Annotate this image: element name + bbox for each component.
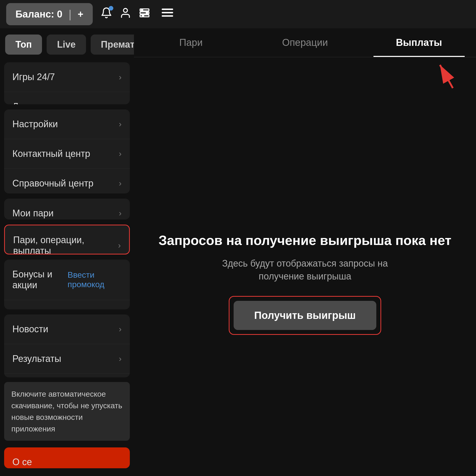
balance-label: Баланс: 0 — [15, 9, 62, 20]
menu-item-contact-center[interactable]: Контактный центр › — [4, 139, 130, 169]
menu-group-bets-ops-highlighted: Пари, операции, выплаты › — [4, 225, 130, 255]
chevron-icon: › — [119, 324, 122, 334]
svg-rect-3 — [140, 15, 149, 17]
menu-label-lotteries: Лотереи — [12, 101, 48, 104]
menu-item-my-bets[interactable]: Мои пари › — [4, 199, 130, 219]
menu-label-about: О се — [12, 457, 32, 468]
profile-button[interactable] — [120, 7, 131, 22]
menu-label-contact: Контактный центр — [12, 148, 90, 159]
menu-label-games247: Игры 24/7 — [12, 72, 55, 82]
menu-item-stats[interactable]: Статистика › — [4, 374, 130, 377]
history-tabs: Пари Операции Выплаты — [134, 28, 476, 57]
empty-title: Запросов на получение выигрыша пока нет — [158, 232, 451, 249]
menu-item-about[interactable]: О се — [4, 447, 130, 468]
plus-icon: + — [78, 9, 83, 20]
svg-point-5 — [146, 12, 148, 14]
settings-button[interactable] — [139, 7, 150, 22]
chevron-icon: › — [119, 72, 122, 82]
menu-item-settings[interactable]: Настройки › — [4, 109, 130, 139]
menu-item-bonuses[interactable]: Бонусы и акции Ввести промокод — [4, 260, 130, 300]
menu-group-settings: Настройки › Контактный центр › Справочны… — [4, 109, 130, 193]
left-panel: Топ Live Прематч Игры 24/7 › Лотереи › Н… — [0, 28, 134, 476]
menu-label-my-bets: Мои пари — [12, 208, 54, 219]
promo-link[interactable]: Ввести промокод — [67, 270, 122, 289]
hamburger-button[interactable] — [161, 6, 174, 22]
menu-item-lotteries[interactable]: Лотереи › — [4, 92, 130, 104]
top-bar: Баланс: 0 | + — [0, 0, 476, 28]
menu-label-news: Новости — [12, 324, 48, 335]
menu-item-help-center[interactable]: Справочный центр › — [4, 169, 130, 193]
menu-label-settings: Настройки — [12, 119, 58, 130]
notification-badge — [109, 6, 113, 11]
svg-point-0 — [123, 8, 127, 12]
cta-highlight-box: Получить выигрыш — [229, 296, 381, 335]
empty-subtitle: Здесь будут отображаться запросы на полу… — [217, 257, 393, 283]
menu-label-results: Результаты — [12, 353, 61, 364]
chevron-icon: › — [119, 119, 122, 129]
menu-item-results[interactable]: Результаты › — [4, 344, 130, 374]
menu-group-bonuses: Бонусы и акции Ввести промокод Турниры › — [4, 260, 130, 309]
menu-item-news[interactable]: Новости › — [4, 314, 130, 344]
tooltip-text: Включите автоматическое скачивание, чтоб… — [11, 390, 122, 433]
menu-group-about: О се — [4, 447, 130, 468]
svg-point-4 — [141, 9, 143, 11]
balance-button[interactable]: Баланс: 0 | + — [6, 3, 93, 25]
red-arrow — [430, 60, 461, 91]
history-tab-bets[interactable]: Пари — [134, 28, 248, 57]
menu-group-my-bets: Мои пари › — [4, 199, 130, 219]
arrow-container — [134, 57, 476, 91]
menu-item-games247[interactable]: Игры 24/7 › — [4, 62, 130, 92]
menu-item-tournaments[interactable]: Турниры › — [4, 300, 130, 309]
history-tab-payouts[interactable]: Выплаты — [362, 28, 476, 57]
chevron-icon: › — [119, 354, 122, 363]
tooltip-box: Включите автоматическое скачивание, чтоб… — [4, 382, 130, 441]
chevron-icon: › — [119, 149, 122, 158]
svg-point-6 — [142, 15, 144, 16]
chevron-icon: › — [118, 241, 121, 250]
menu-item-bets-operations[interactable]: Пари, операции, выплаты › — [5, 225, 129, 255]
menu-group-news: Новости › Результаты › Статистика › — [4, 314, 130, 377]
tab-live[interactable]: Live — [47, 35, 86, 55]
menu-group-games: Игры 24/7 › Лотереи › — [4, 62, 130, 104]
get-payout-button[interactable]: Получить выигрыш — [234, 301, 376, 330]
main-layout: Топ Live Прематч Игры 24/7 › Лотереи › Н… — [0, 28, 476, 476]
empty-state: Запросов на получение выигрыша пока нет … — [134, 91, 476, 476]
menu-label-help: Справочный центр — [12, 178, 94, 189]
chevron-icon: › — [119, 102, 122, 104]
chevron-icon: › — [119, 178, 122, 188]
tab-prematch[interactable]: Прематч — [91, 35, 134, 55]
category-tabs: Топ Live Прематч — [0, 28, 134, 60]
svg-line-11 — [440, 65, 453, 88]
top-icon-group — [100, 7, 150, 22]
menu-label-bets-ops: Пари, операции, выплаты — [13, 235, 118, 255]
right-panel: Пари Операции Выплаты Запросов на п — [134, 28, 476, 476]
menu-label-bonuses: Бонусы и акции — [12, 269, 67, 291]
notification-button[interactable] — [100, 7, 112, 22]
balance-divider: | — [69, 8, 71, 21]
chevron-icon: › — [119, 208, 122, 218]
history-tab-operations[interactable]: Операции — [248, 28, 362, 57]
tab-top[interactable]: Топ — [5, 35, 42, 55]
